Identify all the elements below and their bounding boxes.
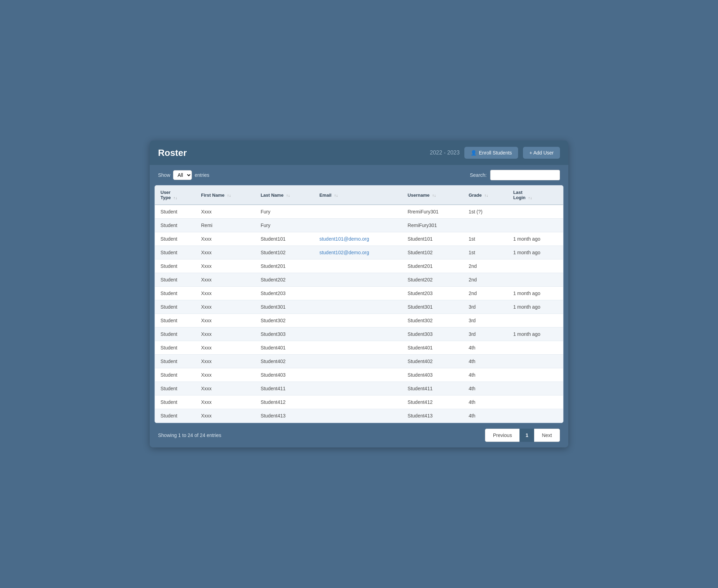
table-row[interactable]: Student Xxxx Student401 Student401 4th	[155, 341, 563, 355]
cell-last-name: Student203	[255, 287, 314, 300]
prev-button[interactable]: Previous	[485, 429, 519, 442]
cell-last-login	[508, 382, 563, 395]
search-input[interactable]	[490, 170, 560, 180]
table-footer: Showing 1 to 24 of 24 entries Previous 1…	[150, 423, 568, 447]
cell-first-name: Remi	[195, 219, 255, 232]
cell-grade: 4th	[463, 395, 508, 409]
entries-label: entries	[195, 172, 209, 178]
table-row[interactable]: Student Xxxx Student413 Student413 4th	[155, 409, 563, 423]
cell-first-name: Xxxx	[195, 382, 255, 395]
cell-last-name: Student412	[255, 395, 314, 409]
table-row[interactable]: Student Xxxx Student303 Student303 3rd 1…	[155, 327, 563, 341]
cell-username: RremiFury301	[402, 205, 463, 219]
cell-username: Student303	[402, 327, 463, 341]
cell-username: Student411	[402, 382, 463, 395]
cell-grade: 1st	[463, 232, 508, 246]
cell-email	[314, 205, 402, 219]
table-row[interactable]: Student Xxxx Student402 Student402 4th	[155, 355, 563, 368]
table-row[interactable]: Student Xxxx Student403 Student403 4th	[155, 368, 563, 382]
email-link[interactable]: student102@demo.org	[319, 250, 369, 255]
cell-username: Student412	[402, 395, 463, 409]
add-user-button[interactable]: + Add User	[523, 147, 560, 159]
col-last-name[interactable]: Last Name ↑↓	[255, 186, 314, 205]
cell-first-name: Xxxx	[195, 368, 255, 382]
cell-grade: 2nd	[463, 287, 508, 300]
cell-grade: 3rd	[463, 327, 508, 341]
cell-email	[314, 327, 402, 341]
next-button[interactable]: Next	[534, 429, 560, 442]
cell-user-type: Student	[155, 382, 195, 395]
cell-last-name: Student411	[255, 382, 314, 395]
cell-last-name: Student401	[255, 341, 314, 355]
cell-first-name: Xxxx	[195, 246, 255, 259]
cell-user-type: Student	[155, 341, 195, 355]
enroll-icon: 👤	[471, 150, 477, 156]
cell-first-name: Xxxx	[195, 395, 255, 409]
cell-user-type: Student	[155, 246, 195, 259]
cell-last-name: Student413	[255, 409, 314, 423]
cell-last-name: Student403	[255, 368, 314, 382]
col-grade[interactable]: Grade ↑↓	[463, 186, 508, 205]
cell-email	[314, 341, 402, 355]
cell-last-name: Student101	[255, 232, 314, 246]
col-user-type[interactable]: UserType ↑↓	[155, 186, 195, 205]
col-last-login[interactable]: LastLogin ↑↓	[508, 186, 563, 205]
roster-table: UserType ↑↓ First Name ↑↓ Last Name ↑↓ E…	[155, 186, 563, 423]
email-link[interactable]: student101@demo.org	[319, 236, 369, 242]
year-label: 2022 - 2023	[430, 150, 459, 156]
col-email[interactable]: Email ↑↓	[314, 186, 402, 205]
cell-last-login	[508, 273, 563, 287]
cell-first-name: Xxxx	[195, 314, 255, 327]
cell-last-name: Student102	[255, 246, 314, 259]
show-entries-control: Show All 10 25 50 entries	[158, 170, 209, 180]
cell-email	[314, 259, 402, 273]
cell-user-type: Student	[155, 205, 195, 219]
cell-email	[314, 395, 402, 409]
table-row[interactable]: Student Xxxx Student201 Student201 2nd	[155, 259, 563, 273]
table-row[interactable]: Student Xxxx Student302 Student302 3rd	[155, 314, 563, 327]
cell-user-type: Student	[155, 300, 195, 314]
enroll-students-button[interactable]: 👤 Enroll Students	[464, 147, 518, 159]
cell-user-type: Student	[155, 355, 195, 368]
cell-grade: 4th	[463, 382, 508, 395]
cell-email	[314, 409, 402, 423]
cell-grade: 2nd	[463, 259, 508, 273]
entries-select[interactable]: All 10 25 50	[173, 170, 192, 180]
table-row[interactable]: Student Xxxx Student102 student102@demo.…	[155, 246, 563, 259]
table-row[interactable]: Student Xxxx Student101 student101@demo.…	[155, 232, 563, 246]
cell-last-name: Fury	[255, 219, 314, 232]
table-row[interactable]: Student Remi Fury RemiFury301	[155, 219, 563, 232]
cell-user-type: Student	[155, 327, 195, 341]
table-row[interactable]: Student Xxxx Student412 Student412 4th	[155, 395, 563, 409]
cell-grade: 4th	[463, 341, 508, 355]
cell-last-name: Fury	[255, 205, 314, 219]
cell-email	[314, 273, 402, 287]
cell-user-type: Student	[155, 314, 195, 327]
col-first-name[interactable]: First Name ↑↓	[195, 186, 255, 205]
cell-last-login	[508, 205, 563, 219]
table-row[interactable]: Student Xxxx Student202 Student202 2nd	[155, 273, 563, 287]
cell-username: Student202	[402, 273, 463, 287]
cell-email	[314, 219, 402, 232]
cell-last-login: 1 month ago	[508, 300, 563, 314]
cell-email	[314, 382, 402, 395]
cell-username: Student401	[402, 341, 463, 355]
current-page: 1	[519, 429, 534, 442]
cell-username: Student402	[402, 355, 463, 368]
cell-last-login	[508, 341, 563, 355]
cell-last-login: 1 month ago	[508, 246, 563, 259]
cell-user-type: Student	[155, 409, 195, 423]
table-row[interactable]: Student Xxxx Fury RremiFury301 1st (?)	[155, 205, 563, 219]
cell-last-login	[508, 395, 563, 409]
cell-first-name: Xxxx	[195, 300, 255, 314]
table-row[interactable]: Student Xxxx Student411 Student411 4th	[155, 382, 563, 395]
cell-user-type: Student	[155, 232, 195, 246]
cell-first-name: Xxxx	[195, 341, 255, 355]
cell-user-type: Student	[155, 287, 195, 300]
table-row[interactable]: Student Xxxx Student203 Student203 2nd 1…	[155, 287, 563, 300]
cell-username: RemiFury301	[402, 219, 463, 232]
cell-last-login: 1 month ago	[508, 287, 563, 300]
table-row[interactable]: Student Xxxx Student301 Student301 3rd 1…	[155, 300, 563, 314]
roster-container: Roster 2022 - 2023 👤 Enroll Students + A…	[150, 141, 568, 447]
col-username[interactable]: Username ↑↓	[402, 186, 463, 205]
